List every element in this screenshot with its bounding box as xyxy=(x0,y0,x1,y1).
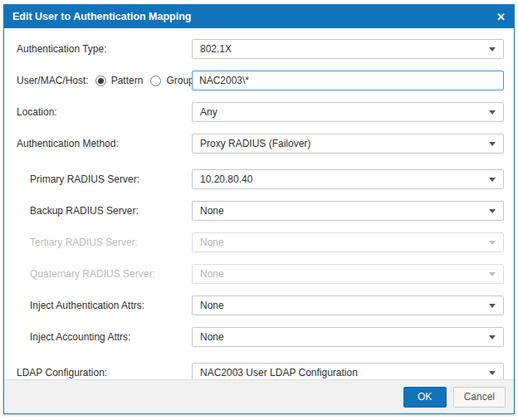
group-radio[interactable] xyxy=(150,76,161,86)
tertiary-radius-server-value: None xyxy=(200,237,224,248)
user-mac-host-radios: Pattern Group xyxy=(95,75,199,86)
row-backup-radius-server: Backup RADIUS Server: None xyxy=(14,201,504,221)
chevron-down-icon xyxy=(489,304,496,308)
quaternary-radius-server-dropdown: None xyxy=(192,264,504,284)
chevron-down-icon xyxy=(489,371,496,375)
primary-radius-server-label: Primary RADIUS Server: xyxy=(14,173,192,185)
primary-radius-server-dropdown[interactable]: 10.20.80.40 xyxy=(192,169,504,189)
inject-accounting-attrs-dropdown[interactable]: None xyxy=(192,327,504,347)
dialog-body: Authentication Type: 802.1X User/MAC/Hos… xyxy=(4,28,514,379)
tertiary-radius-server-dropdown: None xyxy=(192,232,504,252)
pattern-radio-label[interactable]: Pattern xyxy=(111,75,144,86)
authentication-method-value: Proxy RADIUS (Failover) xyxy=(200,138,310,149)
row-tertiary-radius-server: Tertiary RADIUS Server: None xyxy=(14,232,504,252)
backup-radius-server-dropdown[interactable]: None xyxy=(192,201,504,221)
chevron-down-icon xyxy=(489,335,496,339)
ldap-configuration-label: LDAP Configuration: xyxy=(14,367,192,378)
chevron-down-icon xyxy=(489,241,496,245)
ldap-configuration-dropdown[interactable]: NAC2003 User LDAP Configuration xyxy=(192,363,504,379)
pattern-radio[interactable] xyxy=(95,76,106,86)
authentication-type-dropdown[interactable]: 802.1X xyxy=(192,39,504,59)
close-icon[interactable]: ✕ xyxy=(496,12,506,22)
authentication-method-label: Authentication Method: xyxy=(14,138,192,149)
dialog-footer: OK Cancel xyxy=(4,379,514,413)
backup-radius-server-label: Backup RADIUS Server: xyxy=(14,205,192,217)
row-inject-authentication-attrs: Inject Authentication Attrs: None xyxy=(14,295,504,315)
authentication-method-dropdown[interactable]: Proxy RADIUS (Failover) xyxy=(192,134,504,154)
authentication-type-label: Authentication Type: xyxy=(14,43,192,55)
dialog-titlebar: Edit User to Authentication Mapping ✕ xyxy=(4,5,514,28)
quaternary-radius-server-value: None xyxy=(200,268,224,280)
location-value: Any xyxy=(200,106,217,118)
inject-authentication-attrs-dropdown[interactable]: None xyxy=(192,295,504,315)
inject-accounting-attrs-value: None xyxy=(200,331,224,343)
chevron-down-icon xyxy=(489,178,496,182)
chevron-down-icon xyxy=(489,209,496,213)
cancel-button[interactable]: Cancel xyxy=(453,387,506,408)
row-user-mac-host: User/MAC/Host: Pattern Group xyxy=(14,71,504,90)
row-location: Location: Any xyxy=(14,102,504,122)
ok-button[interactable]: OK xyxy=(403,387,447,408)
inject-accounting-attrs-label: Inject Accounting Attrs: xyxy=(14,331,192,343)
user-mac-host-label: User/MAC/Host: xyxy=(17,75,89,86)
row-primary-radius-server: Primary RADIUS Server: 10.20.80.40 xyxy=(14,169,504,189)
chevron-down-icon xyxy=(489,142,496,146)
edit-user-auth-mapping-dialog: Edit User to Authentication Mapping ✕ Au… xyxy=(3,4,515,414)
backup-radius-server-value: None xyxy=(200,205,224,217)
chevron-down-icon xyxy=(489,47,496,51)
quaternary-radius-server-label: Quaternary RADIUS Server: xyxy=(14,268,192,280)
row-authentication-type: Authentication Type: 802.1X xyxy=(14,39,504,59)
tertiary-radius-server-label: Tertiary RADIUS Server: xyxy=(14,237,192,248)
chevron-down-icon xyxy=(489,110,496,115)
dialog-title: Edit User to Authentication Mapping xyxy=(12,11,192,22)
ldap-configuration-value: NAC2003 User LDAP Configuration xyxy=(200,367,358,378)
row-quaternary-radius-server: Quaternary RADIUS Server: None xyxy=(14,264,504,284)
primary-radius-server-value: 10.20.80.40 xyxy=(200,173,252,185)
chevron-down-icon xyxy=(489,272,496,276)
location-dropdown[interactable]: Any xyxy=(192,102,504,122)
location-label: Location: xyxy=(14,106,192,118)
authentication-type-value: 802.1X xyxy=(200,43,232,55)
row-ldap-configuration: LDAP Configuration: NAC2003 User LDAP Co… xyxy=(14,363,504,379)
user-mac-host-input[interactable] xyxy=(192,71,504,90)
group-radio-label[interactable]: Group xyxy=(166,75,193,86)
row-inject-accounting-attrs: Inject Accounting Attrs: None xyxy=(14,327,504,347)
row-authentication-method: Authentication Method: Proxy RADIUS (Fai… xyxy=(14,134,504,154)
inject-authentication-attrs-label: Inject Authentication Attrs: xyxy=(14,300,192,311)
inject-authentication-attrs-value: None xyxy=(200,300,224,311)
